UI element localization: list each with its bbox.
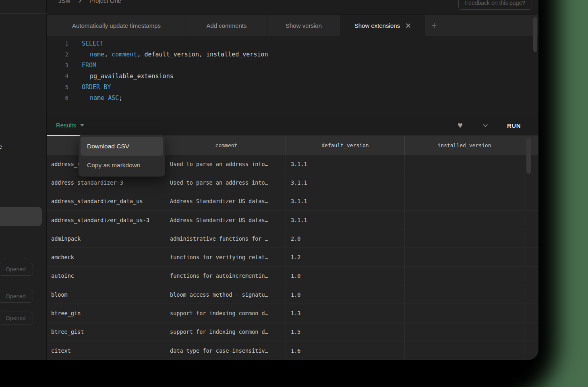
top-header: JSM Project One Feedback on this page? bbox=[47, 0, 538, 15]
code-line: 6name ASC; bbox=[47, 93, 538, 104]
code-token: comment bbox=[112, 51, 137, 58]
tab-label: Show extensions bbox=[354, 22, 400, 29]
favorite-heart-icon[interactable]: ♥ bbox=[458, 121, 463, 130]
code-token bbox=[104, 94, 108, 102]
code-token: , default_version, installed_version bbox=[137, 51, 268, 58]
line-number: 3 bbox=[47, 60, 68, 71]
table-cell bbox=[405, 267, 524, 285]
code-token: ORDER BY bbox=[82, 83, 111, 91]
table-cell: address_standardizer_data_us-3 bbox=[47, 211, 167, 229]
breadcrumb: JSM Project One bbox=[58, 0, 121, 4]
line-number: 1 bbox=[47, 38, 68, 49]
code-token: name bbox=[90, 51, 104, 58]
results-dropdown-trigger[interactable]: Results bbox=[56, 122, 84, 129]
breadcrumb-project[interactable]: Project One bbox=[89, 0, 121, 4]
table-cell: citext bbox=[47, 341, 167, 360]
app-panel: e OpenedOpenedOpened JSM Project One Fee… bbox=[0, 0, 538, 360]
table-cell: Address Standardizer US datas… bbox=[167, 211, 286, 229]
table-cell: 1.3 bbox=[286, 304, 405, 322]
breadcrumb-org[interactable]: JSM bbox=[58, 0, 70, 4]
code-content: ORDER BY bbox=[82, 82, 111, 93]
close-tab-icon[interactable] bbox=[406, 23, 411, 28]
table-cell bbox=[405, 341, 524, 360]
menu-item[interactable]: Download CSV bbox=[81, 137, 163, 156]
table-cell bbox=[405, 323, 524, 341]
table-cell: 3.1.1 bbox=[286, 211, 405, 229]
grid-body: address_standardizerUsed to parse an add… bbox=[47, 155, 538, 360]
table-cell: data type for case-insensitiv… bbox=[167, 341, 286, 360]
code-token: name bbox=[90, 94, 104, 102]
run-button[interactable]: RUN bbox=[507, 122, 521, 129]
table-cell bbox=[405, 173, 524, 191]
query-tab[interactable]: Automatically update timestamps bbox=[47, 15, 186, 36]
table-row[interactable]: autoincfunctions for autoincrementin…1.0 bbox=[47, 267, 538, 285]
code-content: SELECT bbox=[82, 38, 104, 49]
code-token: ASC bbox=[108, 94, 119, 102]
table-cell: Used to parse an address into… bbox=[167, 155, 286, 173]
code-content: FROM bbox=[82, 60, 96, 71]
table-cell: functions for autoincrementin… bbox=[167, 267, 286, 285]
table-cell: btree_gist bbox=[47, 323, 167, 341]
status-badge-opened: Opened bbox=[0, 290, 33, 303]
results-toolbar: Results ♥ RUN bbox=[47, 115, 538, 136]
table-row[interactable]: adminpackadministrative functions for …2… bbox=[47, 229, 538, 248]
table-cell: address_standardizer_data_us bbox=[47, 192, 167, 210]
code-token: , bbox=[104, 51, 112, 58]
chevron-right-icon bbox=[78, 0, 82, 3]
feedback-button[interactable]: Feedback on this page? bbox=[458, 0, 532, 10]
table-cell: Used to parse an address into… bbox=[167, 173, 286, 191]
table-row[interactable]: citextdata type for case-insensitiv…1.6 bbox=[47, 341, 538, 360]
table-cell: 1.0 bbox=[286, 267, 405, 285]
column-header[interactable]: comment bbox=[167, 136, 286, 155]
table-cell: support for indexing common d… bbox=[167, 323, 286, 341]
code-content: name, comment, default_version, installe… bbox=[82, 49, 268, 60]
left-sidebar: e OpenedOpenedOpened bbox=[0, 0, 47, 360]
code-line: 1SELECT bbox=[47, 38, 538, 49]
main-column: JSM Project One Feedback on this page? A… bbox=[47, 0, 538, 360]
toolbar-actions: ♥ RUN bbox=[458, 115, 521, 136]
table-row[interactable]: btree_gistsupport for indexing common d…… bbox=[47, 323, 538, 341]
table-cell: amcheck bbox=[47, 248, 167, 266]
table-row[interactable]: bloombloom access method - signatu…1.0 bbox=[47, 285, 538, 304]
status-badge-opened: Opened bbox=[0, 312, 33, 325]
page-scrollbar-thumb[interactable] bbox=[533, 17, 537, 52]
query-tab[interactable]: Show extensions bbox=[340, 15, 425, 36]
table-cell: 1.2 bbox=[286, 248, 405, 266]
table-cell: 3.1.1 bbox=[286, 155, 405, 173]
line-number: 5 bbox=[47, 82, 68, 93]
line-number: 6 bbox=[47, 93, 68, 104]
chevron-down-icon[interactable] bbox=[482, 122, 489, 129]
table-row[interactable]: amcheckfunctions for verifying relat…1.2 bbox=[47, 248, 538, 266]
query-tab[interactable]: Add comments bbox=[186, 15, 267, 36]
sidebar-selected-item[interactable] bbox=[0, 207, 42, 226]
table-cell: functions for verifying relat… bbox=[167, 248, 286, 266]
table-row[interactable]: address_standardizer_data_usAddress Stan… bbox=[47, 192, 538, 211]
table-row[interactable]: address_standardizer_data_us-3Address St… bbox=[47, 211, 538, 229]
table-cell: 2.0 bbox=[286, 229, 405, 248]
code-token: ; bbox=[119, 94, 122, 102]
tab-label: Add comments bbox=[206, 22, 246, 29]
grid-scrollbar-thumb[interactable] bbox=[526, 137, 531, 174]
caret-down-icon bbox=[80, 124, 84, 127]
column-header[interactable]: installed_version bbox=[405, 136, 524, 155]
tab-label: Show version bbox=[286, 22, 322, 29]
table-cell: 1.0 bbox=[286, 285, 405, 304]
menu-item[interactable]: Copy as markdown bbox=[81, 156, 163, 175]
new-tab-plus-icon[interactable]: + bbox=[425, 15, 443, 36]
table-cell: 1.6 bbox=[286, 341, 405, 360]
sidebar-divider bbox=[0, 13, 47, 14]
code-line: 5ORDER BY bbox=[47, 82, 538, 93]
column-header[interactable]: default_version bbox=[286, 136, 405, 155]
table-row[interactable]: btree_ginsupport for indexing common d…1… bbox=[47, 304, 538, 322]
table-cell: adminpack bbox=[47, 229, 167, 248]
query-tab-bar: Automatically update timestampsAdd comme… bbox=[47, 15, 538, 36]
code-token: FROM bbox=[82, 62, 96, 69]
sql-editor[interactable]: 1SELECT2name, comment, default_version, … bbox=[47, 36, 538, 115]
table-cell: support for indexing common d… bbox=[167, 304, 286, 322]
results-context-menu: Download CSVCopy as markdown bbox=[79, 135, 165, 177]
table-cell: autoinc bbox=[47, 267, 167, 285]
query-tab[interactable]: Show version bbox=[267, 15, 340, 36]
code-content: name ASC; bbox=[82, 93, 122, 104]
table-cell bbox=[405, 211, 524, 229]
code-line: 2name, comment, default_version, install… bbox=[47, 49, 538, 60]
